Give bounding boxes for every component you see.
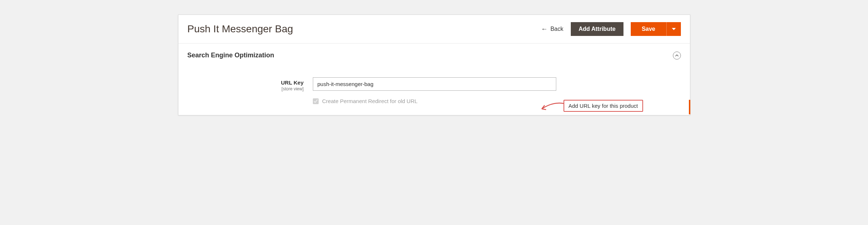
save-button-group: Save xyxy=(631,22,681,36)
url-key-input-col: Create Permanent Redirect for old URL xyxy=(313,77,556,104)
page-header: Push It Messenger Bag ← Back Add Attribu… xyxy=(178,15,690,44)
arrow-left-icon: ← xyxy=(541,25,548,33)
redirect-checkbox-row: Create Permanent Redirect for old URL xyxy=(313,98,556,104)
url-key-label: URL Key xyxy=(281,79,303,86)
collapse-toggle[interactable] xyxy=(673,52,681,60)
page-container: Push It Messenger Bag ← Back Add Attribu… xyxy=(178,15,690,115)
save-button[interactable]: Save xyxy=(631,22,666,36)
annotation-callout: Add URL key for this product xyxy=(564,100,643,112)
url-key-input[interactable] xyxy=(313,77,556,91)
chevron-down-icon xyxy=(672,28,676,30)
seo-section: Search Engine Optimization URL Key [stor… xyxy=(178,44,690,115)
save-dropdown-toggle[interactable] xyxy=(666,22,681,36)
redirect-label: Create Permanent Redirect for old URL xyxy=(322,98,418,104)
page-title: Push It Messenger Bag xyxy=(187,23,541,35)
back-button[interactable]: ← Back xyxy=(541,25,564,33)
orange-edge-decoration xyxy=(689,100,690,114)
chevron-up-icon xyxy=(675,54,679,57)
url-key-scope: [store view] xyxy=(187,86,304,91)
redirect-checkbox[interactable] xyxy=(313,98,319,104)
annotation-text: Add URL key for this product xyxy=(564,100,643,112)
add-attribute-button[interactable]: Add Attribute xyxy=(571,22,624,36)
back-label: Back xyxy=(550,26,564,32)
section-title: Search Engine Optimization xyxy=(187,52,681,59)
header-actions: ← Back Add Attribute Save xyxy=(541,22,681,36)
url-key-label-col: URL Key [store view] xyxy=(187,77,313,91)
